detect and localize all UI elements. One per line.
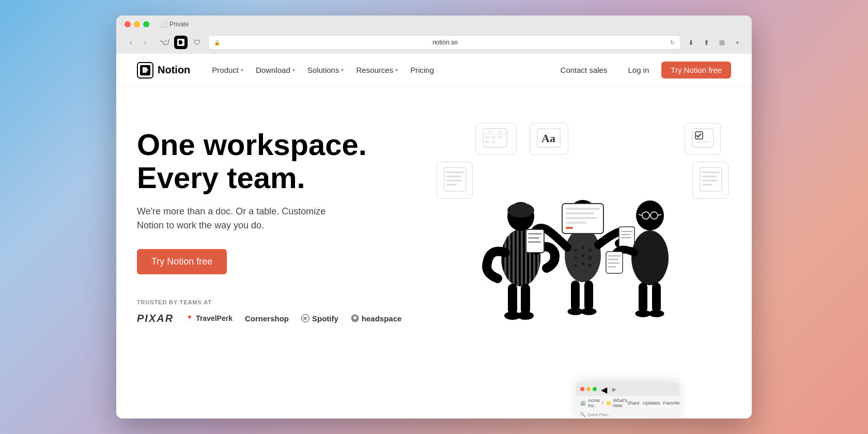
share-icon[interactable]: ⬆	[700, 36, 712, 49]
nested-maximize	[593, 387, 597, 391]
ui-card-checkbox	[685, 123, 721, 155]
svg-rect-37	[521, 284, 530, 315]
ui-card-doc-right	[692, 162, 729, 199]
solutions-chevron-icon: ▾	[341, 67, 344, 73]
svg-rect-83	[566, 222, 586, 224]
svg-point-62	[581, 308, 596, 315]
nav-resources-label: Resources	[356, 66, 393, 74]
nested-page-title: What's New	[613, 398, 627, 408]
svg-rect-52	[528, 233, 542, 235]
nav-item-pricing[interactable]: Pricing	[405, 63, 439, 78]
grid-icon[interactable]: ⊞	[716, 36, 728, 49]
svg-point-46	[588, 256, 592, 259]
nested-favorite[interactable]: Favorite	[663, 400, 679, 406]
toolbar-icons: ⌥/ 🛡	[158, 36, 204, 49]
nav-pricing-label: Pricing	[410, 66, 434, 74]
download-chevron-icon: ▾	[292, 67, 295, 73]
svg-rect-24	[446, 184, 457, 185]
nav-solutions-label: Solutions	[307, 66, 339, 74]
nested-breadcrumb: 🏢 Acme Inc. / 🌟 What's New	[580, 398, 627, 408]
ui-card-calendar	[475, 123, 517, 155]
svg-rect-11	[491, 136, 495, 138]
nav-item-download[interactable]: Download ▾	[251, 63, 300, 78]
svg-rect-82	[566, 217, 597, 219]
ui-card-doc-left	[437, 162, 473, 199]
svg-rect-26	[702, 172, 720, 173]
svg-rect-51	[526, 229, 544, 253]
hero-title-line1: One workspace.	[137, 128, 367, 161]
tab-page-icon: ⬜	[160, 21, 167, 28]
svg-rect-56	[621, 231, 632, 232]
navbar-actions: Contact sales Log in Try Notion free	[552, 61, 731, 79]
svg-point-41	[574, 249, 577, 252]
maximize-button[interactable]	[143, 21, 149, 27]
hero-content: One workspace. Every team. We're more th…	[137, 118, 434, 324]
nested-browser-chrome: ◀ ▶	[576, 382, 679, 396]
login-button[interactable]: Log in	[619, 61, 657, 79]
hero-title: One workspace. Every team.	[137, 128, 434, 194]
spotify-icon	[301, 314, 309, 322]
code-icon[interactable]: ⌥/	[158, 36, 171, 49]
svg-rect-74	[608, 266, 616, 268]
svg-rect-27	[702, 176, 717, 177]
nested-acme: Acme Inc.	[588, 398, 600, 408]
pixar-name: PIXAR	[137, 313, 174, 324]
nav-buttons: ‹ ›	[125, 36, 151, 49]
svg-point-78	[648, 310, 664, 317]
svg-point-61	[567, 308, 583, 315]
svg-point-35	[507, 203, 534, 218]
nested-minimize	[586, 387, 591, 391]
svg-rect-22	[446, 176, 461, 177]
svg-text:Aa: Aa	[541, 132, 555, 145]
svg-rect-19	[695, 141, 710, 143]
nav-item-solutions[interactable]: Solutions ▾	[302, 63, 349, 78]
svg-rect-2	[143, 67, 144, 73]
contact-sales-button[interactable]: Contact sales	[552, 61, 616, 79]
new-tab-icon[interactable]: +	[731, 36, 743, 49]
navbar-brand[interactable]: Notion	[137, 62, 190, 79]
forward-button[interactable]: ›	[139, 36, 151, 49]
toolbar-right: ⬇ ⬆ ⊞ +	[685, 36, 743, 49]
traffic-lights	[125, 21, 149, 27]
back-button[interactable]: ‹	[125, 36, 137, 49]
svg-rect-23	[446, 180, 462, 181]
nested-close	[580, 387, 584, 391]
reload-icon[interactable]: ↻	[670, 39, 675, 46]
svg-rect-20	[444, 167, 466, 191]
shield-icon: 🛡	[191, 36, 204, 49]
browser-titlebar: ⬜ Private	[125, 21, 743, 28]
download-icon[interactable]: ⬇	[685, 36, 697, 49]
headspace-logo: headspace	[351, 314, 402, 323]
nav-product-label: Product	[212, 66, 239, 74]
svg-rect-53	[528, 237, 539, 239]
svg-rect-57	[621, 234, 630, 235]
svg-point-42	[581, 246, 584, 249]
svg-rect-28	[702, 180, 718, 181]
svg-rect-75	[639, 283, 647, 313]
svg-rect-12	[498, 136, 502, 138]
svg-point-77	[635, 310, 650, 317]
ui-card-text: Aa	[530, 123, 568, 155]
address-bar[interactable]: 🔒 notion.so ↻	[208, 35, 680, 50]
svg-rect-84	[566, 227, 573, 229]
minimize-button[interactable]	[134, 21, 140, 27]
product-chevron-icon: ▾	[241, 67, 243, 73]
notion-favicon-icon	[174, 36, 188, 49]
tab-label: ⬜ Private	[160, 21, 189, 28]
svg-rect-60	[584, 281, 593, 311]
svg-rect-80	[566, 208, 600, 210]
try-notion-free-button-nav[interactable]: Try Notion free	[661, 61, 731, 79]
lock-icon: 🔒	[214, 40, 220, 45]
nested-updates[interactable]: Updates	[643, 400, 660, 406]
spotify-name: Spotify	[312, 314, 338, 323]
trusted-section: TRUSTED BY TEAMS AT PIXAR 📍 TravelPerk C…	[137, 299, 434, 324]
svg-point-9	[499, 131, 501, 133]
hero-people-illustration	[459, 154, 707, 361]
nested-quick-find: 🔍 Quick Find...	[580, 412, 675, 417]
nav-item-resources[interactable]: Resources ▾	[351, 63, 403, 78]
nav-item-product[interactable]: Product ▾	[207, 63, 249, 78]
nested-share[interactable]: Share	[627, 400, 640, 406]
close-button[interactable]	[125, 21, 131, 27]
try-notion-free-button-hero[interactable]: Try Notion free	[137, 249, 227, 274]
browser-toolbar: ‹ › ⌥/ 🛡 🔒 notion.so ↻ ⬇ ⬆	[125, 32, 743, 54]
